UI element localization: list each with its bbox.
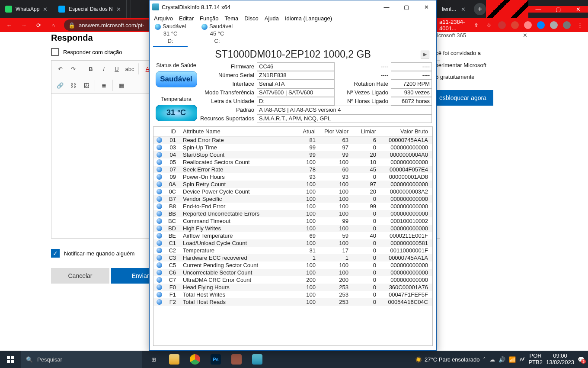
menu-icon[interactable]: ⋮ [574, 19, 585, 31]
smart-row[interactable]: BEAirflow Temperature6959400000211E001F [153, 232, 432, 239]
bold-button[interactable]: B [85, 63, 97, 74]
maximize-button[interactable]: ▢ [548, 6, 568, 13]
close-icon[interactable]: ✕ [523, 32, 527, 39]
wifi-icon[interactable]: 📶 [509, 356, 516, 363]
unlock-button[interactable]: esbloquear agora [432, 90, 493, 106]
title-bar[interactable]: CrystalDiskInfo 8.17.14 x64 — ▢ ✕ [150, 0, 436, 13]
model-row: ST1000DM010-2EP102 1000,2 GB ▶ [150, 47, 436, 62]
drive-tab-D[interactable]: Saudável31 °CD: [153, 23, 188, 47]
battery-icon[interactable]: 🗲 [519, 356, 525, 363]
checkbox-icon[interactable] [51, 48, 59, 56]
menu-editar[interactable]: Editar [179, 15, 194, 22]
underline-button[interactable]: U [111, 63, 123, 74]
smart-row[interactable]: BCCommand Timeout100990000100010002 [153, 217, 432, 225]
ext-icon[interactable] [496, 19, 508, 31]
smart-row[interactable]: 03Spin-Up Time99970000000000000 [153, 144, 432, 151]
smart-row[interactable]: 04Start/Stop Count9999200000000004A0 [153, 151, 432, 158]
menu-arquivo[interactable]: Arquivo [154, 15, 173, 22]
close-button[interactable]: ✕ [416, 0, 436, 13]
smart-row[interactable]: C5Current Pending Sector Count1001000000… [153, 261, 432, 269]
weather-widget[interactable]: ☀️ 27°C Parc ensolarado [415, 356, 479, 363]
chrome-icon[interactable] [185, 351, 205, 368]
taskbar-search[interactable]: 🔍 Pesquisar [21, 351, 142, 368]
menu-tema[interactable]: Tema [224, 15, 238, 22]
notifications-icon[interactable]: 💬 3 [578, 356, 585, 363]
smart-row[interactable]: 05Reallocated Sectors Count1001001000000… [153, 158, 432, 166]
smart-row[interactable]: C2Temperature3117000110000001F [153, 247, 432, 254]
clock[interactable]: 09:00 13/02/2023 [546, 353, 574, 366]
cancel-button[interactable]: Cancelar [51, 268, 109, 284]
menu-ajuda[interactable]: Ajuda [265, 15, 279, 22]
unlink-button[interactable]: ⛓ [67, 80, 79, 91]
smart-row[interactable]: C1Load/Unload Cycle Count100100000000000… [153, 239, 432, 247]
close-icon[interactable]: ✕ [461, 6, 466, 13]
photoshop-icon[interactable]: Ps [206, 351, 226, 368]
share-icon[interactable]: ⇪ [470, 19, 482, 31]
avatar[interactable] [561, 19, 572, 31]
explorer-icon[interactable] [164, 351, 184, 368]
onedrive-icon[interactable]: ☁ [489, 356, 495, 363]
menu-disco[interactable]: Disco [244, 15, 259, 22]
smart-row[interactable]: C3Hardware ECC recovered11000000745AA1A [153, 254, 432, 261]
smart-row[interactable]: C7UltraDMA CRC Error Count20020000000000… [153, 276, 432, 284]
language-indicator[interactable]: POR PTB2 [528, 353, 543, 366]
strike-button[interactable]: abc [124, 63, 136, 74]
chevron-up-icon[interactable]: ˄ [483, 356, 486, 363]
image-button[interactable]: 🖼 [80, 80, 92, 91]
home-button[interactable]: ⌂ [47, 19, 60, 31]
smart-row[interactable]: B7Vendor Specific1001000000000000000 [153, 195, 432, 203]
hr-button[interactable]: — [128, 80, 141, 91]
smart-row[interactable]: 01Read Error Rate8163600000745AA1A [153, 136, 432, 144]
list-button[interactable]: ≣ [98, 80, 110, 91]
smart-row[interactable]: B8End-to-End Error10010099000000000000 [153, 203, 432, 210]
start-button[interactable] [0, 351, 21, 368]
reload-button[interactable]: ⟳ [32, 19, 45, 31]
smart-row[interactable]: C6Uncorrectable Sector Count100100000000… [153, 269, 432, 276]
close-icon[interactable]: ✕ [116, 6, 121, 13]
ext-icon[interactable] [509, 19, 521, 31]
undo-button[interactable]: ↶ [54, 63, 66, 74]
smart-row[interactable]: 07Seek Error Rate786045000004F057E4 [153, 166, 432, 173]
italic-button[interactable]: I [98, 63, 110, 74]
volume-icon[interactable]: 🔊 [499, 356, 505, 363]
menu-idioma (language)[interactable]: Idioma (Language) [285, 15, 332, 22]
tab-hidden[interactable] [127, 0, 131, 18]
close-icon[interactable]: ✕ [43, 6, 48, 13]
smart-row[interactable]: 0CDevice Power Cycle Count10010020000000… [153, 188, 432, 195]
bookmark-icon[interactable]: ☆ [483, 19, 495, 31]
checked-icon[interactable]: ✓ [51, 249, 60, 258]
taskview-icon[interactable]: ⊞ [144, 351, 163, 368]
minimize-button[interactable]: — [377, 0, 396, 13]
minimize-button[interactable]: — [528, 6, 548, 13]
maximize-button[interactable]: ▢ [396, 0, 416, 13]
tab-whatsapp[interactable]: WhatsApp ✕ [0, 0, 53, 18]
tab-especial[interactable]: Especial Dia dos N ✕ [53, 0, 126, 18]
smart-row[interactable]: F1Total Host Writes100253000047F1FEF5F [153, 291, 432, 298]
table-button[interactable]: ▦ [115, 80, 128, 91]
smart-row[interactable]: 09Power-On Hours93930000000001AD8 [153, 173, 432, 181]
smart-row[interactable]: F0Head Flying Hours1002530360C00001A76 [153, 284, 432, 291]
drive-tab-C[interactable]: Saudável45 °CC: [200, 23, 234, 47]
smart-row[interactable]: 0ASpin Retry Count10010097000000000000 [153, 181, 432, 188]
close-button[interactable]: ✕ [568, 6, 588, 13]
link-button[interactable]: 🔗 [54, 80, 66, 91]
window-controls: — ▢ ✕ [377, 0, 436, 13]
redo-button[interactable]: ↷ [67, 63, 79, 74]
forward-button[interactable]: → [17, 19, 30, 31]
back-button[interactable]: ← [3, 19, 16, 31]
smart-row[interactable]: BDHigh Fly Writes1001000000000000000 [153, 225, 432, 232]
next-disk-button[interactable]: ▶ [421, 51, 429, 58]
smart-table[interactable]: ID Attribute Name Atual Pior Valor Limia… [153, 126, 433, 346]
status-dot-icon [157, 196, 162, 202]
new-tab-button[interactable]: + [474, 3, 486, 15]
tab-lientes[interactable]: lientes - ✕ [437, 6, 471, 13]
menu-função[interactable]: Função [200, 15, 218, 22]
smart-row[interactable]: F2Total Host Reads100253000054A16C04C [153, 298, 432, 306]
crystaldiskinfo-icon[interactable] [247, 351, 267, 368]
smart-row[interactable]: BBReported Uncorrectable Errors100100000… [153, 210, 432, 217]
ext-icon[interactable] [548, 19, 559, 31]
ext-icon[interactable] [522, 19, 534, 31]
ext-icon[interactable] [535, 19, 546, 31]
taskbar: 🔍 Pesquisar ⊞ Ps ☀️ 27°C Parc ensolarado… [0, 351, 588, 368]
app-icon[interactable] [227, 351, 246, 368]
